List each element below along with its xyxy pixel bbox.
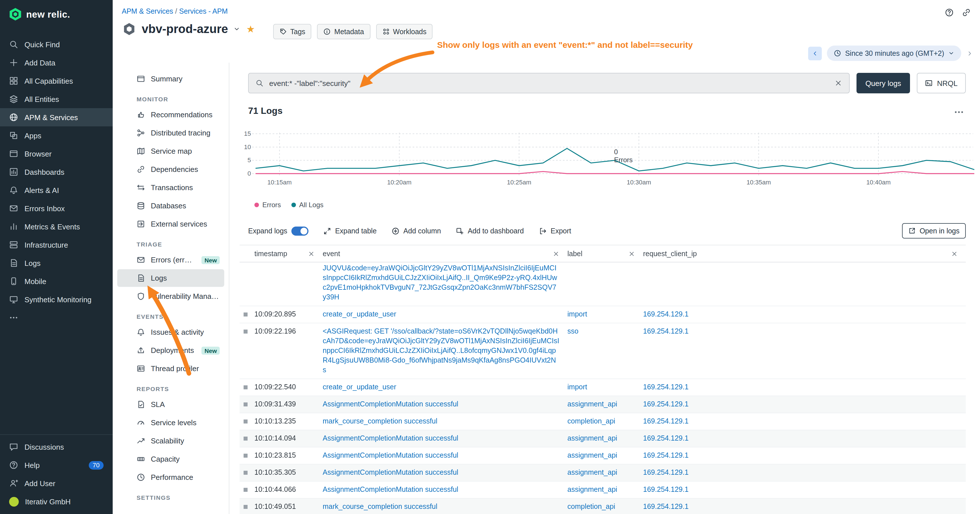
subnav-item-dependencies[interactable]: Dependencies <box>117 161 224 178</box>
sidebar-item-more[interactable] <box>0 309 113 327</box>
chevron-down-icon[interactable] <box>233 25 240 32</box>
remove-column-icon[interactable] <box>308 250 315 257</box>
cell-request-client-ip-link[interactable]: 169.254.129.1 <box>643 451 966 460</box>
subnav-item-deployments[interactable]: DeploymentsNew <box>117 342 224 359</box>
subnav-item-vulnerability-management[interactable]: Vulnerability Management <box>117 288 224 305</box>
table-row[interactable]: 10:09:22.196 <ASGIRequest: GET '/sso/cal… <box>240 323 966 379</box>
cell-request-client-ip-link[interactable]: 169.254.129.1 <box>643 399 966 409</box>
sidebar-item-alerts-ai[interactable]: Alerts & AI <box>0 181 113 199</box>
cell-request-client-ip-link[interactable]: 169.254.129.1 <box>643 502 966 512</box>
remove-column-icon[interactable] <box>628 250 635 257</box>
subnav-item-thread-profiler[interactable]: Thread profiler <box>117 360 224 377</box>
legend-item-errors[interactable]: Errors <box>255 201 281 209</box>
sidebar-item-add-data[interactable]: Add Data <box>0 54 113 72</box>
subnav-item-issues-activity[interactable]: Issues & activity <box>117 323 224 341</box>
sidebar-item-mobile[interactable]: Mobile <box>0 272 113 290</box>
cell-label-link[interactable]: completion_api <box>567 417 643 426</box>
cell-request-client-ip-link[interactable]: 169.254.129.1 <box>643 382 966 392</box>
cell-event-link[interactable]: mark_course_completion successful <box>323 502 567 512</box>
time-forward-button[interactable] <box>966 50 973 57</box>
column-header-request-client-ip[interactable]: request_client_ip <box>643 250 966 258</box>
workloads-button[interactable]: Workloads <box>376 24 433 39</box>
table-row[interactable]: 10:10:49.051 mark_course_completion succ… <box>240 499 966 514</box>
cell-event-link[interactable]: mark_course_completion successful <box>323 417 567 426</box>
subnav-item-transactions[interactable]: Transactions <box>117 179 224 196</box>
remove-column-icon[interactable] <box>553 250 560 257</box>
metadata-button[interactable]: Metadata <box>317 24 370 39</box>
time-picker[interactable]: Since 30 minutes ago (GMT+2) <box>827 46 961 61</box>
sidebar-item-dashboards[interactable]: Dashboards <box>0 163 113 181</box>
brand-logo[interactable]: new relic. <box>0 0 113 29</box>
cell-event-link[interactable]: AssignmentCompletionMutation successful <box>323 468 567 477</box>
permalink-icon[interactable] <box>962 8 971 17</box>
more-options-icon[interactable] <box>954 107 964 119</box>
subnav-item-capacity[interactable]: Capacity <box>117 450 224 468</box>
table-row[interactable]: 10:09:31.439 AssignmentCompletionMutatio… <box>240 396 966 413</box>
cell-request-client-ip-link[interactable]: 169.254.129.1 <box>643 327 966 375</box>
breadcrumb-apm-services[interactable]: APM & Services <box>122 7 173 15</box>
tags-button[interactable]: Tags <box>273 24 312 39</box>
cell-label-link[interactable]: completion_api <box>567 502 643 512</box>
column-header-timestamp[interactable]: timestamp <box>255 250 323 258</box>
remove-column-icon[interactable] <box>951 250 958 257</box>
cell-event-link[interactable]: AssignmentCompletionMutation successful <box>323 434 567 443</box>
cell-label-link[interactable]: assignment_api <box>567 468 643 477</box>
subnav-item-performance[interactable]: Performance <box>117 468 224 486</box>
sidebar-item-synthetic-monitoring[interactable]: Synthetic Monitoring <box>0 290 113 309</box>
export-button[interactable]: Export <box>539 227 571 235</box>
cell-label-link[interactable]: assignment_api <box>567 434 643 443</box>
nrql-button[interactable]: NRQL <box>917 73 966 93</box>
sidebar-item-errors-inbox[interactable]: Errors Inbox <box>0 199 113 218</box>
subnav-item-summary[interactable]: Summary <box>117 70 224 88</box>
sidebar-item-apm-services[interactable]: APM & Services <box>0 108 113 126</box>
subnav-item-service-levels[interactable]: Service levels <box>117 414 224 431</box>
sidebar-item-discussions[interactable]: Discussions <box>0 438 113 456</box>
column-header-label[interactable]: label <box>567 250 643 258</box>
table-row[interactable]: 10:09:22.540 create_or_update_user impor… <box>240 379 966 396</box>
cell-request-client-ip-link[interactable]: 169.254.129.1 <box>643 485 966 495</box>
table-row[interactable]: 10:10:13.235 mark_course_completion succ… <box>240 413 966 430</box>
cell-request-client-ip-link[interactable]: 169.254.129.1 <box>643 468 966 477</box>
sidebar-item-add-user[interactable]: Add User <box>0 474 113 492</box>
cell-label-link[interactable]: import <box>567 310 643 319</box>
table-row[interactable]: 10:10:23.815 AssignmentCompletionMutatio… <box>240 447 966 465</box>
help-circle-icon[interactable] <box>945 8 954 17</box>
subnav-item-sla[interactable]: SLA <box>117 396 224 413</box>
subnav-item-recommendations[interactable]: Recommendations <box>117 106 224 124</box>
sidebar-item-all-entities[interactable]: All Entities <box>0 90 113 108</box>
cell-label-link[interactable] <box>567 264 643 302</box>
log-query-input[interactable]: event:* -"label":"security" <box>248 73 850 93</box>
expand-table-button[interactable]: Expand table <box>323 227 377 235</box>
sidebar-item-logs[interactable]: Logs <box>0 254 113 272</box>
table-row[interactable]: 10:10:14.094 AssignmentCompletionMutatio… <box>240 430 966 447</box>
cell-request-client-ip-link[interactable]: 169.254.129.1 <box>643 434 966 443</box>
query-logs-button[interactable]: Query logs <box>856 73 910 93</box>
logs-timeseries-chart[interactable]: 05101510:15am10:20am10:25am10:30am10:35a… <box>229 127 980 191</box>
table-row[interactable]: 10:10:44.066 AssignmentCompletionMutatio… <box>240 482 966 499</box>
time-back-button[interactable] <box>808 46 822 60</box>
sidebar-item-metrics-events[interactable]: Metrics & Events <box>0 218 113 236</box>
sidebar-item-infrastructure[interactable]: Infrastructure <box>0 236 113 254</box>
subnav-item-scalability[interactable]: Scalability <box>117 432 224 450</box>
sidebar-item-browser[interactable]: Browser <box>0 145 113 163</box>
clear-query-icon[interactable] <box>834 79 842 87</box>
cell-label-link[interactable]: sso <box>567 327 643 375</box>
sidebar-item-quick-find[interactable]: Quick Find <box>0 35 113 54</box>
subnav-item-logs[interactable]: Logs <box>117 269 224 287</box>
subnav-item-distributed-tracing[interactable]: Distributed tracing <box>117 124 224 142</box>
expand-logs-toggle[interactable] <box>291 226 309 236</box>
legend-item-all-logs[interactable]: All Logs <box>291 201 323 209</box>
open-in-logs-button[interactable]: Open in logs <box>902 223 966 239</box>
sidebar-item-apps[interactable]: Apps <box>0 126 113 145</box>
subnav-item-databases[interactable]: Databases <box>117 197 224 215</box>
breadcrumb-services-apm[interactable]: Services - APM <box>179 7 228 15</box>
cell-label-link[interactable]: assignment_api <box>567 485 643 495</box>
subnav-item-service-map[interactable]: Service map <box>117 142 224 160</box>
cell-event-link[interactable]: JUQVU&code=eyJraWQiOiJjcGltY29yZV8wOTl1M… <box>323 264 567 302</box>
cell-event-link[interactable]: AssignmentCompletionMutation successful <box>323 451 567 460</box>
table-row[interactable]: 10:09:20.895 create_or_update_user impor… <box>240 306 966 323</box>
table-row[interactable]: JUQVU&code=eyJraWQiOiJjcGltY29yZV8wOTl1M… <box>240 263 966 306</box>
cell-request-client-ip-link[interactable] <box>643 264 966 302</box>
column-header-event[interactable]: event <box>323 250 567 258</box>
cell-event-link[interactable]: AssignmentCompletionMutation successful <box>323 399 567 409</box>
